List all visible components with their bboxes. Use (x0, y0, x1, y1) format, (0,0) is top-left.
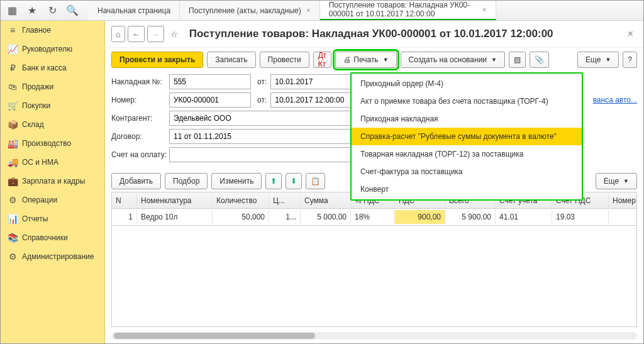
invoice-no-input[interactable] (169, 74, 251, 89)
sidebar-item-operations[interactable]: ⚙Операции (1, 191, 104, 209)
move-up-button[interactable]: ⬆ (265, 173, 282, 189)
bag-icon: 🛍 (7, 82, 18, 92)
apps-icon[interactable]: ▦ (3, 3, 21, 19)
sidebar-item-manager[interactable]: 📈Руководителю (1, 40, 104, 58)
gear-icon: ⚙ (7, 252, 18, 262)
copy-button[interactable]: 📋 (306, 173, 325, 189)
create-based-button[interactable]: Создать на основании▼ (401, 52, 505, 68)
structure-button[interactable]: ▤ (509, 52, 526, 68)
sidebar-item-reports[interactable]: 📊Отчеты (1, 209, 104, 228)
help-button[interactable]: ? (623, 52, 637, 68)
truck-icon: 🚚 (7, 157, 18, 167)
number-input[interactable] (169, 92, 251, 108)
tab-home[interactable]: Начальная страница (89, 1, 180, 20)
number-label: Номер: (111, 96, 169, 104)
page-title: Поступление товаров: Накладная УК00-0000… (189, 28, 553, 40)
close-icon[interactable]: × (482, 6, 487, 14)
pick-button[interactable]: Подбор (165, 173, 208, 189)
forward-button[interactable]: → (147, 26, 164, 42)
clip-button[interactable]: 📎 (530, 52, 549, 68)
box-icon: 📦 (7, 119, 18, 130)
items-more-button[interactable]: Еще▼ (596, 173, 637, 189)
from-label-2: от: (257, 96, 267, 104)
sidebar-item-production[interactable]: 🏭Производство (1, 134, 104, 153)
horizontal-scrollbar[interactable] (111, 332, 637, 340)
menu-icon: ≡ (7, 25, 18, 35)
sidebar-item-salary[interactable]: 💼Зарплата и кадры (1, 172, 104, 191)
back-button[interactable]: ← (128, 26, 145, 42)
sidebar-item-main[interactable]: ≡Главное (1, 21, 104, 40)
table-body-area (111, 226, 637, 327)
home-button[interactable]: ⌂ (111, 26, 125, 42)
dd-item-m4[interactable]: Приходный ордер (М-4) (352, 75, 582, 92)
sidebar-item-purchases[interactable]: 🛒Покупки (1, 96, 104, 115)
factory-icon: 🏭 (7, 138, 18, 148)
counterparty-input[interactable] (169, 111, 352, 126)
more-button[interactable]: Еще▼ (577, 52, 619, 68)
close-page-button[interactable]: × (624, 28, 637, 40)
tab-label: Поступление (акты, накладные) (189, 6, 301, 15)
write-button[interactable]: Записать (207, 52, 255, 68)
book-icon: 📚 (7, 233, 18, 243)
account-input[interactable] (169, 147, 352, 162)
col-n[interactable]: N (112, 194, 137, 208)
col-name[interactable]: Номенклатура (137, 194, 213, 208)
sidebar-item-assets[interactable]: 🚚ОС и НМА (1, 153, 104, 172)
sidebar: ≡Главное 📈Руководителю ₽Банк и касса 🛍Пр… (1, 21, 105, 343)
change-button[interactable]: Изменить (211, 173, 262, 189)
star-icon[interactable]: ★ (23, 3, 41, 19)
from-label: от: (257, 77, 267, 86)
dd-item-invoice[interactable]: Счет-фактура за поставщика (352, 163, 582, 180)
table-row[interactable]: 1 Ведро 10л 50,000 1... 5 000,00 18% 900… (112, 209, 636, 225)
contract-label: Договор: (111, 132, 169, 141)
invoice-date-input[interactable] (270, 74, 352, 89)
ops-icon: ⚙ (7, 195, 18, 205)
post-and-close-button[interactable]: Провести и закрыть (111, 52, 203, 68)
sidebar-item-admin[interactable]: ⚙Администрирование (1, 247, 104, 266)
chart-up-icon: 📈 (7, 44, 18, 54)
add-button[interactable]: Добавить (111, 173, 161, 189)
close-icon[interactable]: × (306, 6, 311, 15)
sidebar-item-catalogs[interactable]: 📚Справочники (1, 228, 104, 247)
cart-icon: 🛒 (7, 101, 18, 111)
account-label: Счет на оплату: (111, 150, 169, 159)
tab-label: Начальная страница (97, 6, 170, 15)
col-gtd[interactable]: Номер ГТ (609, 194, 637, 208)
sidebar-item-sales[interactable]: 🛍Продажи (1, 77, 104, 96)
tab-receipts[interactable]: Поступление (акты, накладные) × (180, 1, 320, 20)
col-sum[interactable]: Сумма (301, 194, 351, 208)
post-button[interactable]: Провести (260, 52, 309, 68)
dd-item-torg12[interactable]: Товарная накладная (ТОРГ-12) за поставщи… (352, 145, 582, 163)
dd-item-torg4[interactable]: Акт о приемке товара без счета поставщик… (352, 92, 582, 110)
barchart-icon: 📊 (7, 214, 18, 224)
dk-button[interactable]: ДтКт (313, 52, 332, 68)
wallet-icon: 💼 (7, 176, 18, 186)
move-down-button[interactable]: ⬇ (286, 173, 302, 189)
dd-item-spravka[interactable]: Справка-расчет "Рублевые суммы документа… (352, 128, 582, 145)
col-qty[interactable]: Количество (213, 194, 269, 208)
scrollbar-thumb[interactable] (114, 333, 315, 339)
tab-current[interactable]: Поступление товаров: Накладная УК00-0000… (320, 1, 496, 20)
ruble-icon: ₽ (7, 63, 18, 73)
counterparty-label: Контрагент: (111, 114, 169, 123)
print-button[interactable]: 🖨 Печать▼ (335, 52, 396, 68)
col-price[interactable]: Ц... (269, 194, 301, 208)
sidebar-item-bank[interactable]: ₽Банк и касса (1, 58, 104, 77)
contract-input[interactable] (169, 129, 352, 144)
dd-item-envelope[interactable]: Конверт (352, 180, 582, 198)
sidebar-item-warehouse[interactable]: 📦Склад (1, 115, 104, 134)
search-icon[interactable]: 🔍 (64, 3, 81, 19)
invoice-no-label: Накладная №: (111, 77, 169, 86)
history-icon[interactable]: ↻ (43, 3, 61, 19)
favorite-button[interactable]: ☆ (167, 26, 182, 42)
dd-item-incoming[interactable]: Приходная накладная (352, 110, 582, 128)
print-dropdown: Приходный ордер (М-4) Акт о приемке това… (350, 72, 583, 201)
advance-link[interactable]: ванса авто... (593, 96, 637, 104)
tab-label: Поступление товаров: Накладная УК00-0000… (329, 1, 477, 18)
